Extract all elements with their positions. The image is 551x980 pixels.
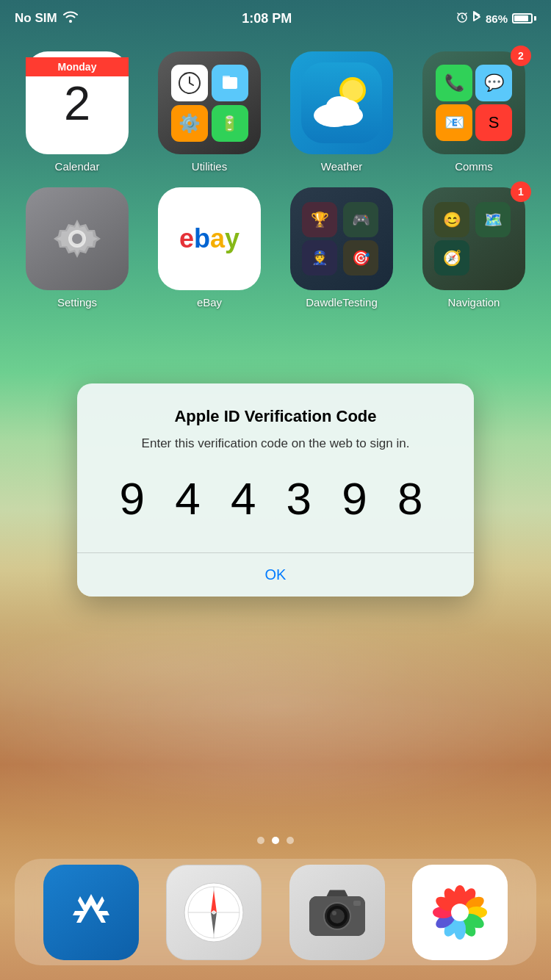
modal-subtitle: Enter this verification code on the web … [99, 435, 452, 453]
verification-modal: Apple ID Verification Code Enter this ve… [77, 383, 474, 597]
modal-title: Apple ID Verification Code [99, 407, 452, 426]
modal-content: Apple ID Verification Code Enter this ve… [77, 383, 474, 553]
verification-code: 9 4 4 3 9 8 [99, 472, 452, 525]
modal-overlay: Apple ID Verification Code Enter this ve… [0, 0, 551, 980]
ok-button[interactable]: OK [77, 553, 474, 597]
